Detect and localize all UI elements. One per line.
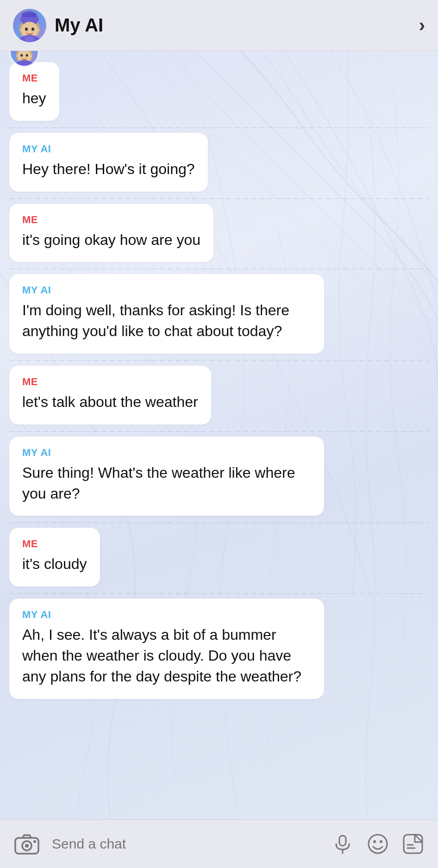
- sender-label-ai: MY AI: [22, 447, 311, 459]
- svg-rect-7: [25, 37, 34, 42]
- sender-label-me: ME: [22, 214, 200, 226]
- message-text: hey: [22, 88, 46, 109]
- message-text: Ah, I see. It's always a bit of a bummer…: [22, 624, 311, 687]
- chat-input[interactable]: [52, 836, 319, 852]
- sender-label-me: ME: [22, 538, 87, 550]
- header-title: My AI: [55, 15, 103, 36]
- svg-point-23: [380, 840, 382, 843]
- avatar[interactable]: [13, 9, 46, 42]
- sticker-button[interactable]: [401, 832, 425, 856]
- message-text: let's talk about the weather: [22, 392, 198, 412]
- svg-point-5: [20, 29, 23, 31]
- message-text: Hey there! How's it going?: [22, 159, 195, 180]
- input-bar: [0, 819, 438, 868]
- svg-point-22: [373, 840, 376, 843]
- message-bubble: MY AI Sure thing! What's the weather lik…: [9, 437, 324, 516]
- message-text: it's going okay how are you: [22, 230, 200, 250]
- message-bubble: MY AI Ah, I see. It's always a bit of a …: [9, 599, 324, 699]
- message-text: I'm doing well, thanks for asking! Is th…: [22, 300, 311, 342]
- message-bubble: ME hey: [9, 62, 59, 121]
- message-divider: [9, 269, 429, 269]
- header-left: My AI: [13, 9, 103, 42]
- sender-label-ai: MY AI: [22, 609, 311, 621]
- message-bubble: ME it's cloudy: [9, 528, 100, 587]
- message-divider: [9, 360, 429, 361]
- message-text: Sure thing! What's the weather like wher…: [22, 462, 311, 504]
- message-divider: [9, 593, 429, 594]
- svg-rect-24: [404, 835, 422, 853]
- message-divider: [9, 522, 429, 523]
- emoji-button[interactable]: [366, 832, 390, 856]
- sender-label-ai: MY AI: [22, 284, 311, 296]
- svg-point-17: [25, 844, 29, 848]
- svg-point-21: [369, 835, 387, 853]
- message-bubble: MY AI Hey there! How's it going?: [9, 133, 208, 192]
- svg-point-6: [37, 29, 39, 31]
- message-divider: [9, 198, 429, 199]
- message-divider: [9, 127, 429, 128]
- svg-point-3: [25, 27, 28, 31]
- camera-button[interactable]: [13, 830, 41, 858]
- chevron-right-icon[interactable]: ›: [419, 15, 425, 36]
- message-bubble: MY AI I'm doing well, thanks for asking!…: [9, 274, 324, 354]
- message-bubble: ME let's talk about the weather: [9, 366, 211, 425]
- microphone-button[interactable]: [331, 832, 355, 856]
- chat-messages: ME hey MY AI Hey there! How's it going? …: [0, 51, 438, 745]
- svg-point-12: [26, 54, 28, 56]
- message-text: it's cloudy: [22, 554, 87, 575]
- chat-header: My AI ›: [0, 0, 438, 51]
- message-divider: [9, 431, 429, 432]
- chat-area: ME hey MY AI Hey there! How's it going? …: [0, 51, 438, 819]
- svg-point-4: [31, 27, 34, 31]
- svg-point-13: [17, 55, 19, 57]
- sender-label-ai: MY AI: [22, 143, 195, 155]
- svg-point-11: [20, 54, 23, 56]
- sender-label-me: ME: [22, 376, 198, 388]
- sender-label-me: ME: [22, 72, 46, 84]
- svg-rect-19: [339, 836, 346, 846]
- message-bubble: ME it's going okay how are you: [9, 204, 213, 262]
- svg-point-18: [33, 840, 36, 843]
- svg-point-14: [30, 55, 32, 57]
